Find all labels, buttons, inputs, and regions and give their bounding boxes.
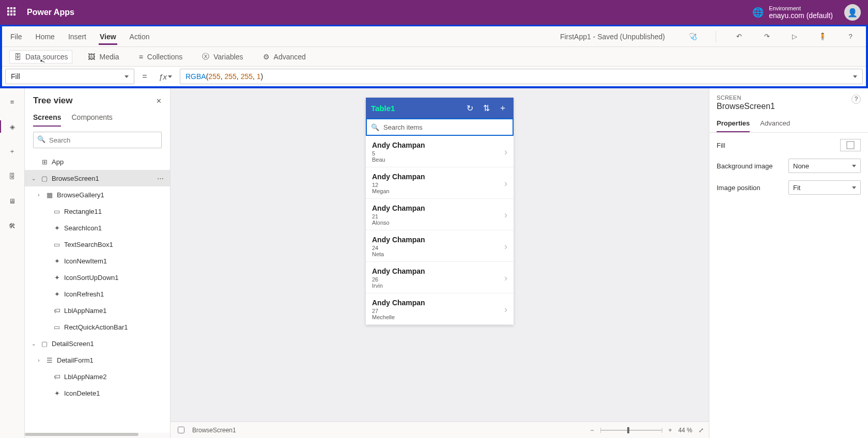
- sub-media[interactable]: 🖼 Media: [84, 51, 123, 63]
- tree-scroll[interactable]: ⊞ App ⌄▢ BrowseScreen1 ⋯ ›▦ BrowseGaller…: [25, 153, 170, 433]
- list-item-title: Andy Champan: [372, 299, 425, 307]
- tree-node-searchicon1[interactable]: ✦ SearchIcon1: [25, 220, 170, 236]
- formula-expand-icon[interactable]: [853, 75, 857, 78]
- rail-tools-icon[interactable]: 🛠: [4, 217, 21, 234]
- tree-node-browsescreen1[interactable]: ⌄▢ BrowseScreen1 ⋯: [25, 170, 170, 186]
- app-preview: Table1 ↻ ⇅ ＋ 🔍 Search items Andy Champan…: [366, 98, 514, 325]
- tree-node-label: LblAppName2: [64, 373, 106, 381]
- prop-bgimage-select[interactable]: None: [788, 159, 861, 173]
- media-icon: 🖼: [88, 53, 95, 61]
- rail-insert-icon[interactable]: ＋: [4, 143, 21, 160]
- chevron-down-icon: [852, 165, 856, 167]
- fx-button[interactable]: ƒx: [155, 69, 176, 84]
- list-item[interactable]: Andy Champan24Neta›: [366, 230, 514, 262]
- list-item[interactable]: Andy Champan12Megan›: [366, 167, 514, 199]
- chevron-right-icon: ›: [504, 210, 507, 221]
- tree-node-iconnewitem1[interactable]: ✦ IconNewItem1: [25, 253, 170, 269]
- tree-tab-components[interactable]: Components: [71, 109, 112, 127]
- properties-tab-advanced[interactable]: Advanced: [760, 115, 790, 132]
- list-item[interactable]: Andy Champan21Alonso›: [366, 199, 514, 230]
- menu-home[interactable]: Home: [35, 29, 56, 44]
- waffle-icon[interactable]: [7, 7, 18, 18]
- sub-variables-label: Variables: [213, 53, 243, 61]
- redo-icon[interactable]: ↷: [758, 28, 775, 45]
- environment-picker[interactable]: 🌐 Environment enayu.com (default): [752, 5, 833, 20]
- menu-file[interactable]: File: [9, 29, 23, 44]
- rectangle-icon: ▭: [53, 323, 61, 331]
- list-item-line3: Irvin: [372, 283, 425, 289]
- add-icon[interactable]: ＋: [497, 103, 508, 114]
- tree-node-textsearchbox1[interactable]: ▭ TextSearchBox1: [25, 236, 170, 253]
- tree-node-label: IconDelete1: [64, 389, 100, 397]
- tree-node-label: RectQuickActionBar1: [64, 323, 128, 331]
- properties-help-icon[interactable]: ?: [851, 95, 861, 104]
- refresh-icon[interactable]: ↻: [464, 103, 475, 113]
- sub-data-sources[interactable]: 🗄 Data sources ↖: [9, 50, 72, 64]
- app-checker-icon[interactable]: 🩺: [685, 28, 701, 45]
- undo-icon[interactable]: ↶: [731, 28, 747, 45]
- zoom-out-icon[interactable]: −: [591, 427, 594, 434]
- rail-media-icon[interactable]: 🖥: [4, 193, 21, 209]
- sub-advanced-label: Advanced: [274, 53, 306, 61]
- list-item[interactable]: Andy Champan26Irvin›: [366, 262, 514, 293]
- tree-tab-screens[interactable]: Screens: [33, 109, 61, 127]
- tree-node-browsegallery1[interactable]: ›▦ BrowseGallery1: [25, 186, 170, 203]
- canvas[interactable]: Table1 ↻ ⇅ ＋ 🔍 Search items Andy Champan…: [171, 88, 709, 421]
- tree-node-iconrefresh1[interactable]: ✦ IconRefresh1: [25, 286, 170, 302]
- search-icon: 🔍: [371, 123, 379, 131]
- sub-advanced[interactable]: ⚙ Advanced: [259, 51, 310, 63]
- menu-view[interactable]: View: [99, 29, 117, 44]
- chevron-down-icon: [125, 75, 129, 78]
- user-avatar[interactable]: 👤: [844, 4, 861, 21]
- canvas-area: Table1 ↻ ⇅ ＋ 🔍 Search items Andy Champan…: [171, 88, 709, 438]
- control-icon: ✦: [53, 257, 61, 265]
- tree-search-input[interactable]: [33, 132, 162, 148]
- share-icon[interactable]: 🧍: [814, 28, 831, 45]
- tree-node-detailscreen1[interactable]: ⌄▢ DetailScreen1: [25, 335, 170, 352]
- app-preview-search[interactable]: 🔍 Search items: [366, 118, 514, 136]
- tree-node-rectquickactionbar1[interactable]: ▭ RectQuickActionBar1: [25, 319, 170, 335]
- left-rail: ≡ ◈ ＋ 🗄 🖥 🛠: [0, 88, 25, 438]
- app-icon: ⊞: [40, 158, 49, 166]
- prop-imgpos-select[interactable]: Fit: [788, 180, 861, 195]
- sub-collections[interactable]: ≡ Collections: [135, 51, 187, 63]
- more-icon[interactable]: ⋯: [157, 175, 165, 182]
- sub-variables[interactable]: ⓧ Variables: [198, 50, 247, 64]
- footer-screen-checkbox[interactable]: [178, 427, 184, 433]
- tree-horizontal-scrollbar[interactable]: [25, 433, 170, 438]
- tree-node-detailform1[interactable]: ›☰ DetailForm1: [25, 352, 170, 368]
- control-icon: ✦: [53, 290, 61, 298]
- formula-input[interactable]: RGBA(255, 255, 255, 1): [180, 69, 863, 84]
- zoom-in-icon[interactable]: +: [669, 427, 672, 434]
- tree-node-lblappname2[interactable]: 🏷 LblAppName2: [25, 368, 170, 385]
- rail-tree-view-icon[interactable]: ◈: [4, 118, 21, 135]
- tree-node-rectangle11[interactable]: ▭ Rectangle11: [25, 203, 170, 220]
- menu-insert[interactable]: Insert: [67, 29, 87, 44]
- list-item-line3: Mechelle: [372, 314, 425, 320]
- fit-screen-icon[interactable]: ⤢: [699, 427, 704, 434]
- close-panel-icon[interactable]: ✕: [156, 97, 162, 105]
- tree-node-label: BrowseScreen1: [52, 175, 99, 182]
- list-item[interactable]: Andy Champan5Beau›: [366, 136, 514, 167]
- chevron-right-icon: ›: [504, 304, 507, 315]
- property-selector[interactable]: Fill: [5, 69, 134, 84]
- rail-data-icon[interactable]: 🗄: [4, 168, 21, 184]
- menu-action[interactable]: Action: [129, 29, 151, 44]
- tree-node-app[interactable]: ⊞ App: [25, 153, 170, 170]
- tree-node-icondelete1[interactable]: ✦ IconDelete1: [25, 385, 170, 401]
- menu-bar: File Home Insert View Action FirstApp1 -…: [2, 26, 866, 47]
- list-item-line3: Megan: [372, 188, 425, 194]
- main-area: ≡ ◈ ＋ 🗄 🖥 🛠 Tree view ✕ Screens Componen…: [0, 88, 868, 438]
- prop-fill-color-picker[interactable]: [840, 139, 861, 151]
- rail-hamburger-icon[interactable]: ≡: [4, 93, 21, 110]
- list-item[interactable]: Andy Champan27Mechelle›: [366, 293, 514, 325]
- help-icon[interactable]: ?: [842, 28, 859, 45]
- tree-node-lblappname1[interactable]: 🏷 LblAppName1: [25, 302, 170, 319]
- form-icon: ☰: [45, 356, 54, 364]
- sort-icon[interactable]: ⇅: [481, 103, 492, 113]
- zoom-slider[interactable]: [600, 430, 662, 431]
- tree-node-iconsortupdown1[interactable]: ✦ IconSortUpDown1: [25, 269, 170, 286]
- play-icon[interactable]: ▷: [786, 28, 803, 45]
- chevron-right-icon: ›: [504, 273, 507, 284]
- properties-tab-properties[interactable]: Properties: [717, 115, 750, 132]
